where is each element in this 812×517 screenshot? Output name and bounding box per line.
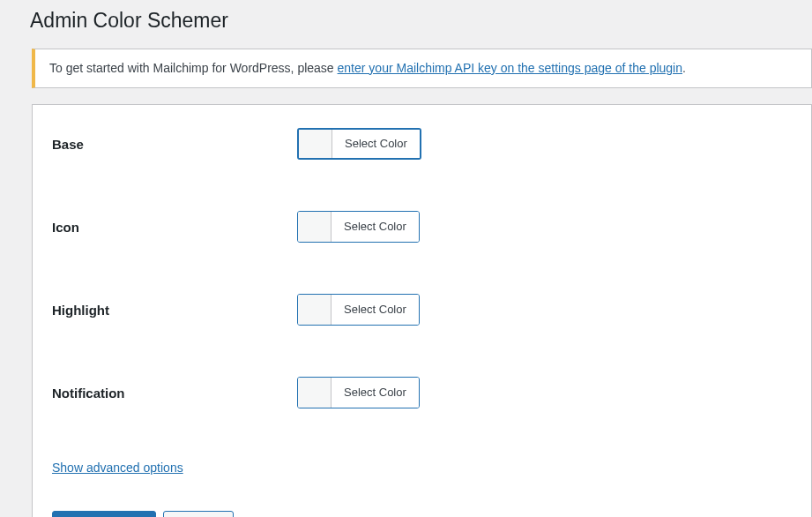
color-picker-icon[interactable]: Select Color xyxy=(297,211,420,243)
notice-text-after: . xyxy=(682,61,686,75)
color-swatch-notification[interactable] xyxy=(298,378,332,408)
color-picker-text-highlight: Select Color xyxy=(332,295,419,325)
preview-button[interactable]: Preview xyxy=(163,511,234,517)
page-title: Admin Color Schemer xyxy=(2,0,812,38)
field-label-highlight: Highlight xyxy=(52,301,297,319)
notice-link[interactable]: enter your Mailchimp API key on the sett… xyxy=(338,61,682,75)
color-picker-text-notification: Select Color xyxy=(332,378,419,408)
color-picker-text-icon: Select Color xyxy=(332,212,419,242)
admin-page-wrap: Admin Color Schemer To get started with … xyxy=(0,0,812,517)
field-row-notification: Notification Select Color xyxy=(52,377,792,408)
settings-panel: Base Select Color Icon Select Color High… xyxy=(32,104,812,517)
field-row-highlight: Highlight Select Color xyxy=(52,294,792,326)
color-swatch-highlight[interactable] xyxy=(298,295,332,325)
save-button[interactable]: Save and Use xyxy=(52,511,156,517)
color-picker-text-base: Select Color xyxy=(332,130,420,158)
mailchimp-notice: To get started with Mailchimp for WordPr… xyxy=(32,49,812,89)
field-row-icon: Icon Select Color xyxy=(52,211,792,243)
field-label-notification: Notification xyxy=(52,384,297,402)
show-advanced-link[interactable]: Show advanced options xyxy=(52,460,183,477)
color-picker-highlight[interactable]: Select Color xyxy=(297,294,420,326)
field-label-icon: Icon xyxy=(52,218,297,236)
color-swatch-icon[interactable] xyxy=(298,212,332,242)
button-row: Save and Use Preview xyxy=(52,511,792,517)
field-row-base: Base Select Color xyxy=(52,128,792,160)
color-picker-notification[interactable]: Select Color xyxy=(297,377,420,408)
color-picker-base[interactable]: Select Color xyxy=(297,128,421,160)
color-swatch-base[interactable] xyxy=(299,130,332,158)
notice-text-before: To get started with Mailchimp for WordPr… xyxy=(49,61,338,75)
field-label-base: Base xyxy=(52,135,297,154)
